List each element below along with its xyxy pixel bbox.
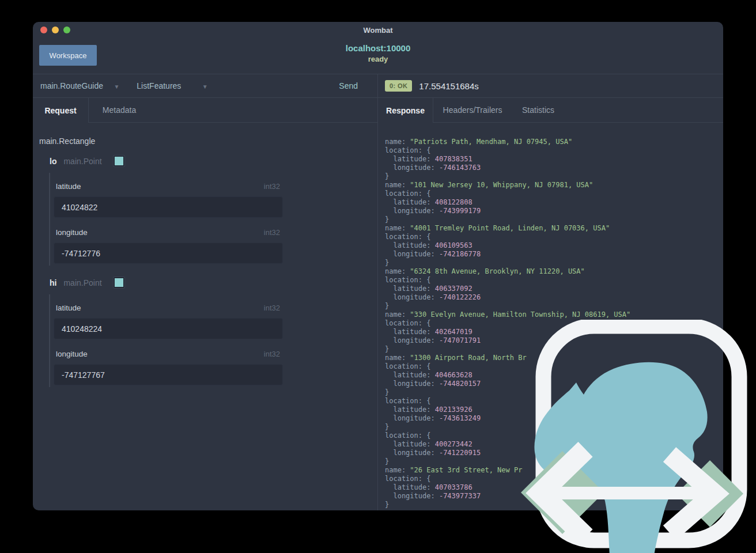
response-line: name: "4001 Tremley Point Road, Linden, …: [385, 224, 723, 233]
field-label-row: longitudeint32: [56, 228, 280, 237]
server-address: localhost:10000: [33, 43, 723, 53]
response-line: longitude: -743977337: [385, 492, 723, 501]
field-name: lo: [50, 157, 56, 166]
field-row-latitude: latitudeint3241024822: [54, 182, 283, 218]
app-window: Wombat Workspace localhost:10000 ready m…: [33, 22, 723, 510]
message-enabled-checkbox[interactable]: [114, 156, 124, 166]
response-line: latitude: 406337092: [385, 285, 723, 293]
response-line: longitude: -744820157: [385, 380, 723, 388]
response-line: }: [385, 457, 723, 466]
field-row-longitude: longitudeint32-747127767: [54, 350, 283, 385]
response-line: longitude: -742186778: [385, 250, 723, 259]
field-type: main.Point: [63, 157, 101, 166]
response-line: location: {: [385, 319, 723, 328]
method-name: ListFeatures: [137, 81, 181, 90]
response-line: location: {: [385, 276, 723, 285]
field-row-longitude: longitudeint32-74712776: [54, 228, 283, 264]
service-select[interactable]: main.RouteGuide ▼: [40, 81, 119, 91]
send-button[interactable]: Send: [339, 81, 358, 90]
field-type: main.Point: [63, 278, 101, 287]
response-line: location: {: [385, 362, 723, 371]
latitude-input[interactable]: 410248224: [54, 318, 283, 339]
latitude-input[interactable]: 41024822: [54, 196, 283, 218]
response-pane: 0: OK 17.554151684s ResponseHeaders/Trai…: [378, 74, 723, 510]
group-header-hi: himain.Point: [50, 277, 377, 288]
tab-metadata[interactable]: Metadata: [89, 98, 150, 122]
method-select[interactable]: ListFeatures ▼: [137, 81, 207, 91]
window-controls: [40, 22, 70, 38]
response-line: longitude: -741220915: [385, 449, 723, 457]
response-line: longitude: -746143763: [385, 164, 723, 172]
response-line: name: "101 New Jersey 10, Whippany, NJ 0…: [385, 181, 723, 190]
response-tabs: ResponseHeaders/TrailersStatistics: [378, 98, 723, 123]
response-line: latitude: 407033786: [385, 483, 723, 492]
response-body: name: "Patriots Path, Mendham, NJ 07945,…: [378, 123, 723, 510]
response-toolbar: 0: OK 17.554151684s: [378, 74, 723, 98]
response-line: latitude: 407838351: [385, 155, 723, 164]
duration-label: 17.554151684s: [419, 81, 478, 91]
group-body-lo: latitudeint3241024822longitudeint32-7471…: [49, 173, 283, 266]
response-line: }: [385, 501, 723, 509]
field-proto-type: int32: [264, 304, 280, 312]
response-line: location: {: [385, 146, 723, 155]
tab-statistics[interactable]: Statistics: [512, 98, 565, 122]
response-line: longitude: -740122226: [385, 293, 723, 302]
field-label: latitude: [56, 182, 81, 191]
status-badge: 0: OK: [385, 80, 412, 92]
longitude-input[interactable]: -74712776: [54, 243, 283, 264]
field-label-row: latitudeint32: [56, 182, 280, 191]
tab-response[interactable]: Response: [378, 98, 433, 123]
field-label: latitude: [56, 304, 81, 312]
response-line: }: [385, 345, 723, 354]
field-proto-type: int32: [264, 228, 280, 237]
response-line: location: {: [385, 397, 723, 406]
response-line: name: "330 Evelyn Avenue, Hamilton Towns…: [385, 310, 723, 319]
response-line: name: "6324 8th Avenue, Brooklyn, NY 112…: [385, 267, 723, 276]
response-line: latitude: 404663628: [385, 371, 723, 380]
chevron-down-icon: ▼: [114, 84, 119, 90]
response-line: location: {: [385, 431, 723, 440]
response-line: }: [385, 259, 723, 267]
response-line: longitude: -743613249: [385, 414, 723, 423]
tab-request[interactable]: Request: [33, 98, 89, 123]
response-line: latitude: 400273442: [385, 440, 723, 449]
service-name: main.RouteGuide: [40, 81, 103, 90]
response-line: }: [385, 302, 723, 310]
response-line: name: "26 East 3rd Street, New Pr: [385, 466, 723, 475]
app-header: Workspace localhost:10000 ready: [33, 38, 723, 74]
connection-status: localhost:10000 ready: [33, 43, 723, 63]
minimize-icon[interactable]: [52, 26, 59, 33]
longitude-input[interactable]: -747127767: [54, 364, 283, 385]
response-line: location: {: [385, 190, 723, 198]
field-name: hi: [50, 278, 56, 287]
message-enabled-checkbox[interactable]: [114, 277, 124, 288]
zoom-icon[interactable]: [63, 26, 70, 33]
field-proto-type: int32: [264, 350, 280, 358]
field-label: longitude: [56, 350, 88, 358]
response-line: location: {: [385, 475, 723, 483]
field-label: longitude: [56, 228, 88, 237]
response-line: }: [385, 172, 723, 181]
response-line: name: "1300 Airport Road, North Br: [385, 354, 723, 362]
window-title: Wombat: [363, 26, 392, 35]
request-pane: main.RouteGuide ▼ ListFeatures ▼ Send Re…: [33, 74, 378, 510]
request-tabs: RequestMetadata: [33, 98, 377, 123]
field-row-latitude: latitudeint32410248224: [54, 304, 283, 339]
group-header-lo: lomain.Point: [50, 156, 377, 166]
response-line: }: [385, 388, 723, 397]
tab-headers-trailers[interactable]: Headers/Trailers: [433, 98, 512, 122]
response-line: location: {: [385, 233, 723, 241]
main-split: main.RouteGuide ▼ ListFeatures ▼ Send Re…: [33, 74, 723, 510]
chevron-down-icon: ▼: [202, 84, 208, 90]
response-line: latitude: 402647019: [385, 328, 723, 336]
response-line: latitude: 408122808: [385, 198, 723, 207]
close-icon[interactable]: [40, 26, 47, 33]
response-line: name: "Patriots Path, Mendham, NJ 07945,…: [385, 138, 723, 146]
response-line: }: [385, 215, 723, 224]
field-proto-type: int32: [264, 182, 280, 191]
response-line: }: [385, 423, 723, 431]
response-line: latitude: 402133926: [385, 406, 723, 414]
field-label-row: longitudeint32: [56, 350, 280, 358]
request-toolbar: main.RouteGuide ▼ ListFeatures ▼ Send: [33, 74, 377, 98]
response-line: longitude: -747071791: [385, 336, 723, 345]
